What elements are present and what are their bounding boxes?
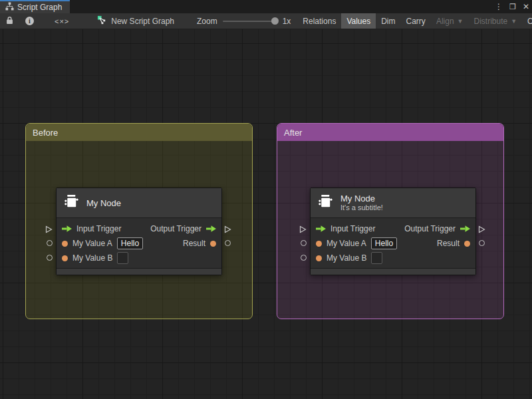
zoom-label: Zoom (197, 17, 217, 26)
zoom-slider-handle[interactable] (271, 17, 279, 25)
tab-script-graph[interactable]: Script Graph (0, 0, 70, 13)
align-label: Align (436, 17, 454, 26)
align-dropdown[interactable]: Align ▼ (431, 13, 469, 29)
zoom-control: Zoom 1x (180, 13, 297, 29)
zoom-value: 1x (283, 17, 291, 26)
tab-title: Script Graph (17, 3, 62, 12)
custom-node-icon (63, 194, 80, 213)
node-header[interactable]: My Node (57, 188, 221, 218)
value-dot-icon (316, 241, 322, 247)
value-b-input[interactable] (117, 252, 128, 264)
port-row-value-b: My Value B (311, 251, 475, 265)
value-a-input[interactable]: Hello (371, 237, 397, 249)
port-row-triggers: Input Trigger Output Trigger (57, 221, 221, 236)
graph-toolbar: i <×> New Script Graph Zoom 1x Relations… (0, 13, 532, 29)
values-button[interactable]: Values (341, 13, 376, 29)
overview-button[interactable]: Overview (522, 13, 532, 29)
node-header[interactable]: My Node It's a subtitle! (311, 188, 475, 218)
close-icon[interactable]: ✕ (523, 2, 529, 11)
result-label: Result (183, 239, 205, 248)
value-b-port-icon[interactable] (47, 255, 53, 261)
window-menu-icon[interactable]: ⋮ (495, 2, 503, 11)
value-dot-icon (62, 255, 68, 261)
result-label: Result (437, 239, 460, 248)
output-trigger-port-icon[interactable] (224, 224, 231, 236)
group-before-header[interactable]: Before (26, 124, 252, 141)
zoom-slider[interactable] (223, 21, 277, 22)
code-view-icon: <×> (55, 17, 69, 25)
chevron-down-icon: ▼ (458, 18, 464, 25)
value-a-input[interactable]: Hello (117, 237, 143, 249)
node-title: My Node (86, 198, 121, 208)
flow-arrow-icon (316, 225, 326, 232)
chevron-down-icon: ▼ (511, 18, 517, 25)
value-a-label: My Value A (327, 239, 366, 248)
input-trigger-port-icon[interactable] (299, 224, 307, 236)
graph-name-label: New Script Graph (111, 17, 174, 26)
maximize-icon[interactable]: ❒ (509, 3, 516, 11)
port-row-triggers: Input Trigger Output Trigger (311, 221, 475, 236)
node-body: Input Trigger Output Trigger My Value A … (311, 218, 475, 268)
value-dot-icon (62, 241, 68, 247)
distribute-label: Distribute (473, 17, 507, 26)
distribute-dropdown[interactable]: Distribute ▼ (468, 13, 522, 29)
port-row-value-b: My Value B (57, 251, 221, 265)
value-b-label: My Value B (327, 253, 366, 263)
script-graph-icon (5, 2, 14, 13)
result-port-icon[interactable] (225, 240, 231, 246)
graph-icon (97, 15, 107, 27)
flow-arrow-icon (460, 225, 470, 232)
lock-button[interactable] (0, 13, 19, 29)
carry-button[interactable]: Carry (401, 13, 431, 29)
inspect-button[interactable]: i (19, 13, 40, 29)
result-port-icon[interactable] (479, 240, 485, 246)
graph-canvas[interactable]: Before After (0, 29, 532, 399)
custom-node-icon (317, 194, 334, 213)
node-footer (57, 268, 221, 275)
output-trigger-label: Output Trigger (150, 224, 201, 233)
group-title: After (284, 128, 302, 138)
code-view-button[interactable]: <×> (40, 13, 84, 29)
port-row-value-a: My Value A Hello Result (57, 236, 221, 251)
node-my-node-before[interactable]: My Node Input Trigger Output Trigger My … (56, 188, 222, 275)
value-dot-icon (464, 241, 470, 247)
value-b-label: My Value B (72, 253, 112, 263)
value-b-port-icon[interactable] (301, 255, 307, 261)
value-b-input[interactable] (371, 252, 382, 264)
value-a-port-icon[interactable] (47, 240, 53, 246)
port-row-value-a: My Value A Hello Result (311, 236, 475, 251)
info-icon: i (25, 17, 34, 25)
node-body: Input Trigger Output Trigger My Value A … (57, 218, 221, 268)
output-trigger-label: Output Trigger (404, 224, 456, 233)
node-footer (311, 268, 475, 275)
node-title: My Node (340, 194, 383, 203)
value-a-port-icon[interactable] (301, 240, 307, 246)
flow-arrow-icon (62, 225, 72, 232)
node-my-node-after[interactable]: My Node It's a subtitle! Input Trigger O… (310, 188, 476, 275)
relations-button[interactable]: Relations (297, 13, 341, 29)
input-trigger-port-icon[interactable] (45, 224, 53, 236)
value-dot-icon (210, 241, 216, 247)
output-trigger-port-icon[interactable] (478, 224, 485, 236)
input-trigger-label: Input Trigger (331, 224, 375, 233)
flow-arrow-icon (206, 225, 216, 232)
value-a-label: My Value A (72, 239, 112, 248)
graph-breadcrumb[interactable]: New Script Graph (84, 13, 180, 29)
group-title: Before (33, 128, 58, 138)
input-trigger-label: Input Trigger (76, 224, 121, 233)
value-dot-icon (316, 255, 322, 261)
lock-icon (6, 16, 13, 27)
node-subtitle: It's a subtitle! (340, 203, 383, 212)
window-tab-bar: Script Graph ⋮ ❒ ✕ (0, 0, 532, 13)
dim-button[interactable]: Dim (376, 13, 400, 29)
group-after-header[interactable]: After (277, 124, 503, 141)
